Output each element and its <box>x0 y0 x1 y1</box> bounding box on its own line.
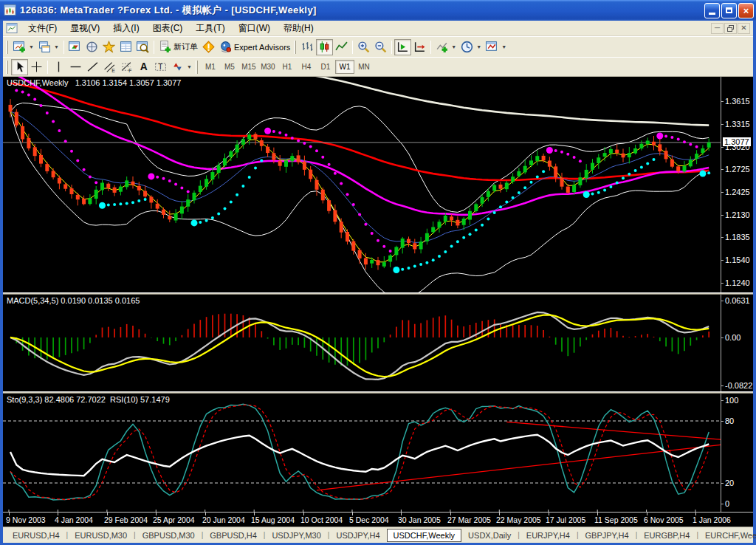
timeframe-w1-button[interactable]: W1 <box>335 60 354 74</box>
favorites-button[interactable] <box>100 39 117 55</box>
timeframe-m1-button[interactable]: M1 <box>201 60 220 74</box>
zoom-out-button[interactable] <box>372 39 389 55</box>
stochastic-rsi-panel[interactable]: Sto(9,3,3) 82.4806 72.7022 RSI(10) 57.14… <box>3 394 753 512</box>
timeframe-h1-button[interactable]: H1 <box>278 60 297 74</box>
tab-gbpusd-h4[interactable]: GBPUSD,H4 <box>203 529 264 541</box>
dropdown-arrow-icon[interactable]: ▼ <box>451 44 456 49</box>
oscillator-label: 20 <box>725 479 734 487</box>
metatrader-window: 126836: MetaTrader ?Forex Ltd. - 模拟帐户 - … <box>0 0 756 545</box>
minimize-icon <box>709 13 715 15</box>
vline-button[interactable] <box>50 59 67 75</box>
hline-icon <box>69 61 82 73</box>
dropdown-arrow-icon[interactable]: ▼ <box>476 44 481 49</box>
close-icon: × <box>743 5 749 16</box>
timeframe-m30-button[interactable]: M30 <box>258 60 278 74</box>
tab-gbpusd-m30[interactable]: GBPUSD,M30 <box>136 529 202 541</box>
chart-shift-button[interactable] <box>411 39 428 55</box>
timeframe-h4-button[interactable]: H4 <box>297 60 316 74</box>
child-close-button[interactable]: ✕ <box>738 23 750 34</box>
price-label: 1.2425 <box>725 188 750 196</box>
price-label: 1.3315 <box>725 120 750 128</box>
chart-bars-button[interactable] <box>299 39 316 55</box>
new-order-button[interactable]: 新订单 <box>157 39 200 55</box>
fibonacci-button[interactable]: F <box>118 59 135 75</box>
tab-eurjpy-h4[interactable]: EURJPY,H4 <box>520 529 577 541</box>
menu-h[interactable]: 帮助(H) <box>277 21 320 36</box>
toolbar-grip[interactable] <box>6 41 8 54</box>
price-label: 1.1540 <box>725 256 750 264</box>
menu-v[interactable]: 显视(V) <box>63 21 106 36</box>
tab-eurusd-h4[interactable]: EURUSD,H4 <box>6 529 66 541</box>
alert-button[interactable] <box>200 39 217 55</box>
toolbar-grip[interactable] <box>6 61 8 74</box>
navigator-button[interactable] <box>83 39 100 55</box>
crosshair-button[interactable] <box>28 59 45 75</box>
market-watch-button[interactable] <box>66 39 83 55</box>
svg-text:F: F <box>128 68 131 73</box>
chart-candles-button[interactable] <box>316 39 333 55</box>
timeframe-mn-button[interactable]: MN <box>354 60 374 74</box>
price-chart-panel[interactable]: USDCHF,Weekly 1.3106 1.3154 1.3057 1.307… <box>3 77 753 292</box>
data-window-button[interactable] <box>117 39 134 55</box>
periods-button[interactable]: ▼ <box>458 39 484 55</box>
hline-button[interactable] <box>67 59 84 75</box>
dropdown-arrow-icon[interactable]: ▼ <box>501 44 506 49</box>
indicators-button[interactable]: ▼ <box>433 39 458 55</box>
toolbar-separator <box>63 41 64 54</box>
tab-usdjpy-m30[interactable]: USDJPY,M30 <box>265 529 327 541</box>
toolbar-grip[interactable] <box>196 61 198 74</box>
channel-button[interactable]: E <box>101 59 118 75</box>
expert-advisors-label: Expert Advisors <box>234 43 290 52</box>
tab-usdjpy-h4[interactable]: USDJPY,H4 <box>329 529 386 541</box>
label-tool-button[interactable]: T <box>152 59 169 75</box>
chart-line-button[interactable] <box>333 39 350 55</box>
profiles-button[interactable]: ▼ <box>36 39 61 55</box>
dropdown-arrow-icon[interactable]: ▼ <box>54 44 59 49</box>
timeframe-d1-button[interactable]: D1 <box>316 60 335 74</box>
auto-scroll-button[interactable] <box>394 39 411 55</box>
close-button[interactable]: × <box>738 3 754 18</box>
trendline-button[interactable] <box>84 59 101 75</box>
new-chart-button[interactable]: ▼ <box>11 39 36 55</box>
periods-icon <box>461 41 473 53</box>
menu-t[interactable]: 工具(T) <box>189 21 231 36</box>
child-minimize-button[interactable]: ─ <box>711 23 724 34</box>
menu-i[interactable]: 插入(I) <box>106 21 145 36</box>
tab-eurgbp-h4[interactable]: EURGBP,H4 <box>637 529 696 541</box>
child-restore-button[interactable] <box>724 23 737 34</box>
zoom-out-icon <box>374 41 387 53</box>
new-chart-icon <box>13 41 26 53</box>
dropdown-arrow-icon[interactable]: ▼ <box>187 64 192 69</box>
toolbar-separator <box>47 61 48 74</box>
tab-gbpjpy-h4[interactable]: GBPJPY,H4 <box>579 529 636 541</box>
date-label: 4 Jan 2004 <box>55 515 93 524</box>
shapes-button[interactable]: ▼ <box>169 59 194 75</box>
toolbar-grip[interactable] <box>294 41 296 54</box>
zoom-in-button[interactable] <box>355 39 372 55</box>
oscillator-tick <box>721 400 724 401</box>
cursor-button[interactable] <box>11 59 28 75</box>
text-tool-button[interactable]: A <box>135 59 152 75</box>
expert-advisors-button[interactable]: Expert Advisors <box>217 39 292 55</box>
tab-usdchf-weekly[interactable]: USDCHF,Weekly <box>387 529 462 542</box>
menu-c[interactable]: 图表(C) <box>146 21 190 36</box>
menu-w[interactable]: 窗口(W) <box>232 21 277 36</box>
timeframe-m5-button[interactable]: M5 <box>220 60 239 74</box>
vline-icon <box>52 61 65 73</box>
templates-button[interactable]: ▼ <box>484 39 509 55</box>
macd-panel[interactable]: MACD(5,34,5) 0.0190 0.0135 0.0165 0.0631… <box>3 295 753 391</box>
price-tick <box>721 283 724 284</box>
tab-eurchf-wee[interactable]: EURCHF,Wee <box>698 529 756 541</box>
maximize-button[interactable] <box>721 3 737 18</box>
menu-f[interactable]: 文件(F) <box>21 21 63 36</box>
new-order-icon <box>159 41 171 53</box>
tab-usdx-daily[interactable]: USDX,Daily <box>461 529 518 541</box>
new-order-label: 新订单 <box>173 41 198 52</box>
dropdown-arrow-icon[interactable]: ▼ <box>29 44 34 49</box>
tab-eurusd-m30[interactable]: EURUSD,M30 <box>68 529 134 541</box>
timeframe-m15-button[interactable]: M15 <box>239 60 258 74</box>
price-tick <box>721 260 724 261</box>
strategy-tester-button[interactable] <box>134 39 151 55</box>
minimize-button[interactable] <box>704 3 720 18</box>
window-title: 126836: MetaTrader ?Forex Ltd. - 模拟帐户 - … <box>20 4 317 17</box>
